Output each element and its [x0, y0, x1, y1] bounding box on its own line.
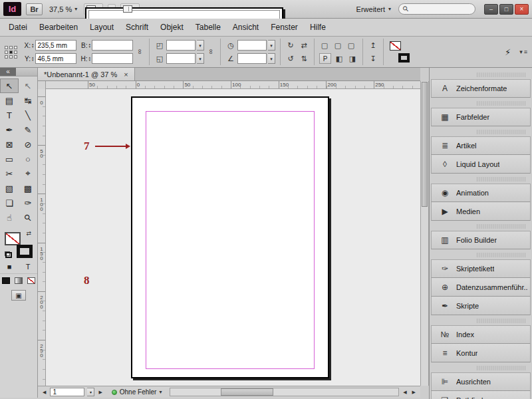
pasteboard[interactable]: 7 8	[46, 89, 420, 386]
zoom-level-dropdown[interactable]: 37,5 % ▾	[47, 4, 79, 15]
vertical-scrollbar-thumb[interactable]	[422, 82, 428, 207]
page-tool[interactable]: ▤	[0, 93, 19, 108]
dock-item-pathfinder[interactable]: ❑ Pathfinder	[431, 391, 531, 399]
dock-group-grip[interactable]	[430, 174, 531, 184]
line-tool[interactable]: ╲	[19, 108, 37, 122]
maximize-button[interactable]: □	[499, 4, 513, 15]
gap-tool[interactable]: ↹	[19, 93, 37, 108]
x-position-field[interactable]: 235,5 mm	[35, 40, 76, 51]
send-backward-button[interactable]: ↧	[368, 53, 378, 64]
dock-item-artikel[interactable]: ≣ Artikel	[431, 136, 531, 155]
shear-angle-field[interactable]	[237, 53, 267, 64]
stepper-down-icon[interactable]: ▾	[32, 45, 34, 49]
dock-item-datenzusammenfuehrung[interactable]: ⊕ Datenzusammenführ...	[431, 278, 531, 297]
rotate-ccw-button[interactable]: ↺	[285, 53, 296, 64]
quick-apply-icon[interactable]: ⚡	[505, 47, 511, 57]
y-position-field[interactable]: 46,5 mm	[35, 53, 76, 64]
pen-tool[interactable]: ✒	[0, 122, 19, 137]
preflight-status[interactable]: Ohne Fehler ▾	[112, 388, 162, 396]
eyedropper-tool[interactable]: ✑	[19, 196, 37, 210]
dock-group-grip[interactable]	[430, 69, 531, 79]
dock-item-skriptetikett[interactable]: ✑ Skriptetikett	[431, 259, 531, 278]
fill-none-swatch[interactable]	[390, 41, 401, 51]
previous-page-button[interactable]: ◀	[41, 390, 47, 395]
scroll-left-button[interactable]: ◀	[402, 390, 408, 395]
close-tab-icon[interactable]: ×	[124, 70, 128, 78]
shear-angle-dropdown[interactable]: ▾	[268, 53, 275, 64]
rotation-angle-dropdown[interactable]: ▾	[268, 40, 275, 51]
selection-tool[interactable]: ↖	[0, 78, 19, 93]
document-page[interactable]	[131, 96, 329, 378]
dock-group-grip[interactable]	[430, 98, 531, 108]
scale-y-dropdown[interactable]: ▾	[197, 53, 204, 64]
scale-x-field[interactable]	[166, 40, 196, 51]
rectangle-tool[interactable]: ▭	[0, 152, 19, 166]
apply-color-button[interactable]	[0, 274, 13, 287]
stroke-swatch[interactable]	[398, 53, 410, 63]
dock-item-ausrichten[interactable]: ⊫ Ausrichten	[431, 372, 531, 391]
dock-item-zeichenformate[interactable]: A Zeichenformate	[431, 79, 531, 98]
vertical-scrollbar[interactable]	[420, 81, 429, 386]
gradient-feather-tool[interactable]: ▩	[19, 181, 37, 196]
default-fill-stroke-icon[interactable]	[5, 251, 12, 258]
scale-y-field[interactable]	[166, 53, 196, 64]
menu-item[interactable]: Layout	[84, 20, 120, 35]
bring-forward-button[interactable]: ↥	[368, 40, 378, 51]
height-field[interactable]	[92, 53, 133, 64]
menu-item[interactable]: Hilfe	[304, 20, 332, 35]
fill-swatch[interactable]	[5, 232, 21, 245]
ruler-origin-corner[interactable]	[38, 81, 46, 89]
dock-item-animation[interactable]: ◉ Animation	[431, 184, 531, 202]
menu-item[interactable]: Objekt	[154, 20, 190, 35]
constrain-scale-icon[interactable]: ∞	[207, 48, 215, 56]
collapse-panel-icon[interactable]: «	[0, 68, 16, 76]
menu-item[interactable]: Fenster	[265, 20, 304, 35]
hand-tool[interactable]: ☝	[0, 210, 19, 225]
type-tool[interactable]: T	[0, 108, 19, 122]
apply-none-button[interactable]	[25, 274, 37, 287]
dock-group-grip[interactable]	[430, 315, 531, 325]
dock-item-skripte[interactable]: ✒ Skripte	[431, 297, 531, 315]
stepper-down-icon[interactable]: ▾	[89, 45, 91, 49]
stepper-down-icon[interactable]: ▾	[32, 59, 34, 62]
width-stepper[interactable]: ▴▾	[89, 43, 91, 49]
y-stepper[interactable]: ▴▾	[32, 56, 34, 62]
chevron-down-icon[interactable]: ▾	[159, 389, 162, 395]
menu-item[interactable]: Bearbeiten	[33, 20, 84, 35]
horizontal-ruler[interactable]: 50 0 50 100 150 200 250	[46, 81, 420, 88]
wrap-right-icon[interactable]: ◨	[347, 53, 358, 64]
menu-item[interactable]: Ansicht	[227, 20, 265, 35]
pencil-tool[interactable]: ✎	[19, 122, 37, 137]
flip-horizontal-button[interactable]: ⇄	[299, 40, 309, 51]
apply-gradient-button[interactable]	[13, 274, 25, 287]
horizontal-scrollbar-thumb[interactable]	[221, 388, 273, 396]
menu-item[interactable]: Tabelle	[190, 20, 227, 35]
stepper-down-icon[interactable]: ▾	[89, 59, 91, 62]
reference-point-proxy[interactable]	[5, 46, 17, 59]
formatting-affects-text-button[interactable]: T	[19, 260, 37, 273]
flip-vertical-button[interactable]: ⇅	[299, 53, 309, 64]
menu-item[interactable]: Schrift	[120, 20, 154, 35]
page-number-field[interactable]: 1	[50, 388, 84, 396]
document-tab[interactable]: *Unbenannt-1 @ 37 % ×	[38, 68, 135, 80]
paragraph-direction-button[interactable]: P	[319, 53, 331, 64]
minimize-button[interactable]: –	[484, 4, 498, 15]
control-panel-menu-button[interactable]: ▾ ≡	[519, 49, 527, 55]
dock-item-index[interactable]: № Index	[431, 325, 531, 344]
swap-fill-stroke-icon[interactable]: ⇄	[26, 230, 31, 237]
ellipse-frame-tool[interactable]: ⊘	[19, 137, 37, 152]
direct-selection-tool[interactable]: ↖	[19, 78, 37, 93]
rotation-angle-field[interactable]	[237, 40, 267, 51]
dock-group-grip[interactable]	[430, 362, 531, 372]
gradient-swatch-tool[interactable]: ▧	[0, 181, 19, 196]
dock-item-liquid-layout[interactable]: ◊ Liquid Layout	[431, 155, 531, 174]
next-page-button[interactable]: ▶	[97, 390, 103, 395]
dock-group-grip[interactable]	[430, 221, 531, 231]
formatting-affects-container-button[interactable]: ■	[0, 260, 19, 273]
horizontal-scrollbar[interactable]	[170, 388, 399, 396]
dock-item-farbfelder[interactable]: ▦ Farbfelder	[431, 108, 531, 126]
dock-group-grip[interactable]	[430, 249, 531, 259]
free-transform-tool[interactable]: ⌖	[19, 166, 37, 181]
rectangle-frame-tool[interactable]: ⊠	[0, 137, 19, 152]
dock-group-grip[interactable]	[430, 126, 531, 136]
